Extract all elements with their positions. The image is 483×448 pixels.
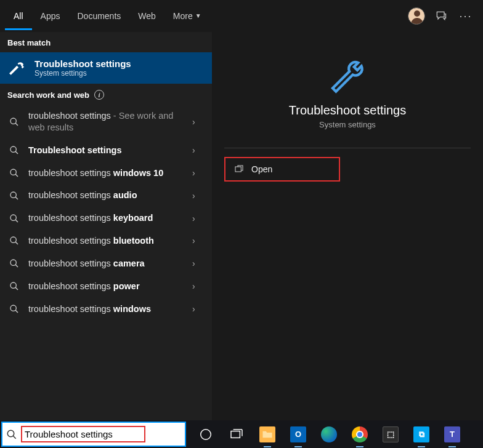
preview-subtitle: System settings: [230, 120, 465, 129]
cortana-button[interactable]: [191, 420, 221, 448]
tab-documents[interactable]: Documents: [68, 2, 129, 30]
edge-button[interactable]: [314, 420, 344, 448]
tab-all[interactable]: All: [5, 2, 32, 30]
search-icon: [9, 258, 20, 268]
chrome-button[interactable]: [345, 420, 375, 448]
svg-point-19: [7, 430, 14, 437]
app-button[interactable]: ⧉: [407, 420, 436, 448]
task-view-button[interactable]: [222, 420, 251, 448]
svg-point-21: [201, 429, 211, 439]
chevron-right-icon: ›: [192, 304, 205, 314]
best-match-title: Troubleshoot settings: [34, 58, 131, 69]
svg-line-15: [15, 287, 18, 290]
chevron-right-icon: ›: [192, 145, 205, 155]
tab-apps[interactable]: Apps: [32, 2, 69, 30]
web-result[interactable]: troubleshoot settings bluetooth ›: [0, 230, 212, 252]
svg-point-12: [10, 260, 16, 265]
chevron-right-icon: ›: [192, 214, 205, 223]
svg-point-8: [10, 215, 16, 220]
svg-line-11: [15, 242, 18, 244]
search-scope-tabs: All Apps Documents Web More ▼ ···: [0, 0, 483, 32]
web-result[interactable]: troubleshoot settings keyboard ›: [0, 207, 212, 230]
search-icon: [9, 281, 20, 291]
outlook-button[interactable]: O: [283, 420, 313, 448]
best-match-result[interactable]: Troubleshoot settings System settings: [0, 52, 212, 84]
svg-line-1: [15, 123, 18, 126]
more-options-icon[interactable]: ···: [453, 10, 478, 23]
open-button[interactable]: Open: [224, 157, 340, 182]
svg-line-9: [15, 220, 18, 222]
search-icon: [9, 304, 20, 314]
file-explorer-button[interactable]: [253, 420, 282, 448]
search-icon: [9, 191, 20, 201]
best-match-subtitle: System settings: [34, 69, 131, 78]
user-avatar[interactable]: [404, 7, 429, 25]
svg-point-10: [10, 237, 16, 242]
chevron-right-icon: ›: [192, 236, 205, 246]
chevron-right-icon: ›: [192, 191, 205, 201]
chevron-right-icon: ›: [192, 117, 205, 127]
web-result[interactable]: troubleshoot settings camera ›: [0, 252, 212, 275]
svg-line-3: [15, 151, 18, 154]
svg-point-0: [10, 118, 16, 124]
section-best-match: Best match: [0, 32, 212, 52]
tab-web[interactable]: Web: [129, 2, 164, 30]
svg-line-17: [15, 310, 18, 313]
chevron-right-icon: ›: [192, 281, 205, 291]
web-result[interactable]: troubleshoot settings audio ›: [0, 184, 212, 207]
search-input[interactable]: [23, 428, 143, 441]
svg-line-20: [13, 436, 16, 439]
teams-button[interactable]: T: [437, 420, 467, 448]
search-icon: [9, 236, 20, 246]
wrench-icon: [230, 55, 465, 95]
chevron-right-icon: ›: [192, 168, 205, 178]
search-icon: [9, 168, 20, 178]
search-icon: [9, 214, 20, 223]
web-result[interactable]: Troubleshoot settings ›: [0, 139, 212, 162]
web-result[interactable]: troubleshoot settings power ›: [0, 275, 212, 298]
svg-rect-22: [231, 431, 240, 438]
feedback-icon[interactable]: [429, 10, 453, 22]
divider: [224, 148, 471, 148]
search-icon: [6, 429, 17, 440]
taskbar: O ⬚ ⧉ T: [0, 420, 483, 448]
svg-point-14: [10, 282, 16, 288]
preview-title: Troubleshoot settings: [230, 103, 465, 118]
svg-rect-18: [235, 167, 241, 172]
svg-point-6: [10, 192, 16, 198]
preview-column: Troubleshoot settings System settings Op…: [212, 32, 483, 420]
info-icon[interactable]: i: [94, 90, 104, 100]
app-button[interactable]: ⬚: [376, 420, 405, 448]
open-icon: [234, 164, 244, 174]
svg-line-13: [15, 265, 18, 267]
svg-point-2: [10, 146, 16, 152]
web-result[interactable]: troubleshoot settings windows ›: [0, 298, 212, 321]
svg-line-7: [15, 197, 18, 199]
open-label: Open: [251, 164, 272, 174]
search-icon: [9, 117, 20, 127]
svg-point-16: [10, 305, 16, 311]
chevron-right-icon: ›: [192, 258, 205, 268]
search-icon: [9, 145, 20, 155]
results-column: Best match Troubleshoot settings System …: [0, 32, 212, 420]
tab-more[interactable]: More ▼: [164, 2, 210, 30]
taskbar-search-box[interactable]: [1, 422, 186, 447]
web-result[interactable]: troubleshoot settings - See work and web…: [0, 105, 212, 139]
web-result[interactable]: troubleshoot settings windows 10 ›: [0, 162, 212, 185]
svg-point-4: [10, 169, 16, 175]
search-panel: All Apps Documents Web More ▼ ··· Best m…: [0, 0, 483, 420]
section-search-web: Search work and web i: [0, 84, 212, 105]
chevron-down-icon: ▼: [195, 12, 201, 19]
wrench-icon: [7, 59, 26, 78]
svg-line-5: [15, 174, 18, 177]
